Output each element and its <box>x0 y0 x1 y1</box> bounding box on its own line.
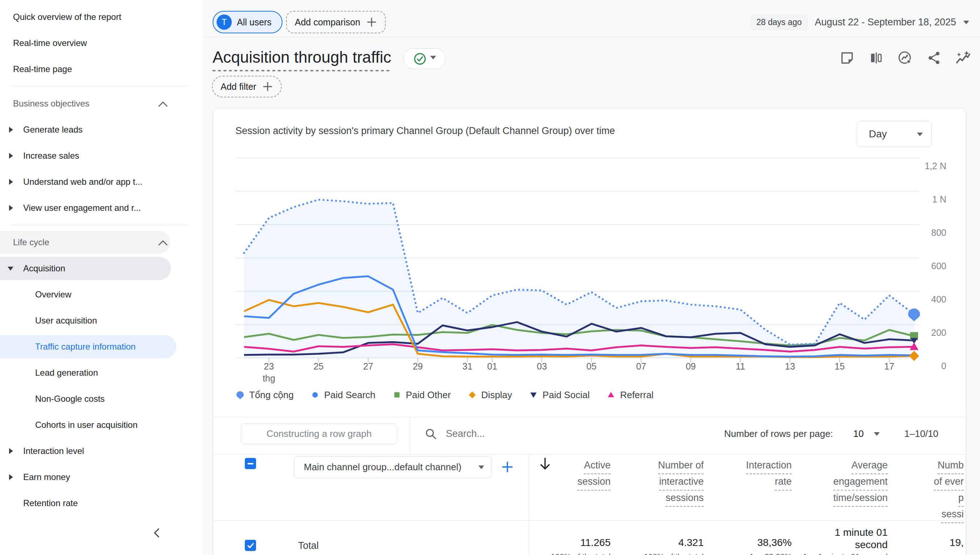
svg-text:27: 27 <box>363 361 373 371</box>
collapse-sidebar-button[interactable] <box>149 525 166 542</box>
pagination-controls: Number of rows per page: 10 1–10/10 <box>724 423 939 444</box>
sidebar-item-label: Increase sales <box>23 151 79 161</box>
svg-text:05: 05 <box>586 361 596 371</box>
insights-button[interactable] <box>895 48 915 68</box>
sidebar-item-view-user-engagement-and-r[interactable]: View user engagement and r... <box>0 195 203 221</box>
check-icon <box>246 541 255 550</box>
sidebar-item-non-google-costs[interactable]: Non-Google costs <box>0 386 203 412</box>
sidebar-item-earn-money[interactable]: Earn money <box>0 464 203 490</box>
legend-item-paid-social[interactable]: Paid Social <box>529 390 589 401</box>
notes-button[interactable] <box>837 48 857 68</box>
select-all-checkbox[interactable] <box>245 458 256 469</box>
report-status-badge[interactable] <box>403 48 446 69</box>
legend-label: Display <box>481 390 512 401</box>
column-header-line[interactable]: of ever <box>934 474 964 491</box>
column-header-line[interactable]: Numb <box>938 458 964 474</box>
add-filter-button[interactable]: Add filter <box>212 76 282 98</box>
add-comparison-button[interactable]: Add comparison <box>286 11 386 33</box>
sidebar-item-understand-web-and-or-app-t[interactable]: Understand web and/or app t... <box>0 169 203 195</box>
share-button[interactable] <box>924 48 944 68</box>
expand-arrow-icon[interactable] <box>9 474 13 480</box>
legend-item-paid-search[interactable]: Paid Search <box>311 390 376 401</box>
table-search[interactable] <box>425 423 627 444</box>
legend-item-display[interactable]: Display <box>468 390 512 401</box>
sidebar-item-interaction-level[interactable]: Interaction level <box>0 438 203 464</box>
sidebar-item-quick-overview-of-the-report[interactable]: Quick overview of the report <box>0 4 203 30</box>
sidebar-item-life-cycle[interactable]: Life cycle <box>0 229 203 255</box>
expand-arrow-icon[interactable] <box>9 153 13 159</box>
expand-arrow-icon[interactable] <box>9 205 13 211</box>
expand-arrow-icon[interactable] <box>9 127 13 133</box>
legend-label: Referral <box>620 390 653 401</box>
all-users-label: All users <box>237 17 272 27</box>
all-users-segment-chip[interactable]: T All users <box>213 11 282 33</box>
add-filter-label: Add filter <box>221 82 256 92</box>
column-header-line[interactable]: p <box>958 491 964 507</box>
insights-circle-icon <box>897 50 913 66</box>
chevron-down-icon <box>917 133 923 139</box>
sidebar-item-label: Understand web and/or app t... <box>23 177 143 187</box>
sidebar-item-label: Traffic capture information <box>35 342 135 352</box>
sidebar-item-retention-rate[interactable]: Retention rate <box>0 490 203 516</box>
sidebar-item-generate-leads[interactable]: Generate leads <box>0 117 203 143</box>
svg-text:01: 01 <box>487 361 497 371</box>
total-row-checkbox[interactable] <box>245 540 256 551</box>
sidebar-item-business-objectives[interactable]: Business objectives <box>0 91 203 117</box>
add-comparison-label: Add comparison <box>295 17 360 27</box>
sidebar-item-label: Business objectives <box>13 99 90 109</box>
svg-text:09: 09 <box>685 361 696 371</box>
column-header-line[interactable]: sessi <box>941 507 964 523</box>
date-range-picker[interactable]: 28 days ago August 22 - September 18, 20… <box>750 11 969 33</box>
row-graph-button[interactable]: Constructing a row graph <box>241 423 397 444</box>
chevron-up-icon[interactable] <box>158 101 168 107</box>
rows-per-page-label: Number of rows per page: <box>724 428 833 440</box>
sidebar-item-real-time-overview[interactable]: Real-time overview <box>0 30 203 56</box>
sidebar-item-overview[interactable]: Overview <box>0 281 203 308</box>
rows-per-page-value[interactable]: 10 <box>853 428 864 440</box>
svg-text:15: 15 <box>835 361 845 371</box>
svg-text:400: 400 <box>931 294 946 304</box>
expand-arrow-icon[interactable] <box>9 448 13 454</box>
column-header-5[interactable]: Numbof everpsessi <box>812 458 964 523</box>
sidebar-item-real-time-page[interactable]: Real-time page <box>0 56 203 82</box>
legend-marker-drop <box>235 390 245 399</box>
sidebar-item-increase-sales[interactable]: Increase sales <box>0 143 203 169</box>
svg-text:200: 200 <box>931 327 946 338</box>
share-icon <box>926 50 942 66</box>
chevron-up-icon[interactable] <box>158 240 168 245</box>
dimension-value: Main channel group...default channel) <box>304 462 461 473</box>
legend-marker-square <box>392 390 402 399</box>
date-badge: 28 days ago <box>750 14 807 30</box>
comparison-panel-button[interactable] <box>866 48 886 68</box>
collapse-arrow-icon[interactable] <box>8 266 13 271</box>
pagination-range: 1–10/10 <box>904 428 938 440</box>
chevron-down-icon[interactable] <box>874 432 880 439</box>
legend-item-paid-other[interactable]: Paid Other <box>392 390 451 401</box>
report-card: Session activity by session's primary Ch… <box>213 107 966 555</box>
divider <box>410 417 410 454</box>
sidebar-item-acquisition[interactable]: Acquisition <box>0 255 203 281</box>
granularity-select[interactable]: Day <box>857 121 932 147</box>
ai-insights-button[interactable] <box>953 48 973 68</box>
sidebar-item-label: Real-time overview <box>13 38 87 48</box>
column-header-line[interactable]: sessions <box>666 491 704 507</box>
legend-marker-triangle-up <box>606 390 616 399</box>
svg-text:07: 07 <box>636 361 646 371</box>
expand-arrow-icon[interactable] <box>9 179 13 185</box>
legend-item-t-ng-c-ng[interactable]: Tổng cộng <box>235 390 294 401</box>
sidebar-item-user-acquisition[interactable]: User acquisition <box>0 308 203 334</box>
svg-text:11: 11 <box>735 361 745 371</box>
sidebar-divider <box>0 221 203 229</box>
sidebar-item-cohorts-in-user-acquisition[interactable]: Cohorts in user acquisition <box>0 412 203 438</box>
sidebar-item-label: User acquisition <box>35 316 97 326</box>
timeseries-chart[interactable]: 02004006008001 N1,2 N23thg25272931010305… <box>227 155 959 391</box>
legend-marker-circle <box>311 390 320 399</box>
page-title[interactable]: Acquisition through traffic <box>213 48 391 71</box>
sidebar-item-label: Interaction level <box>23 446 84 456</box>
legend-item-referral[interactable]: Referral <box>606 390 653 401</box>
sidebar-item-label: Generate leads <box>23 125 83 135</box>
chart-title: Session activity by session's primary Ch… <box>235 125 615 136</box>
search-input[interactable] <box>446 428 627 440</box>
sidebar-item-lead-generation[interactable]: Lead generation <box>0 360 203 386</box>
sidebar-item-traffic-capture-information[interactable]: Traffic capture information <box>0 334 203 360</box>
